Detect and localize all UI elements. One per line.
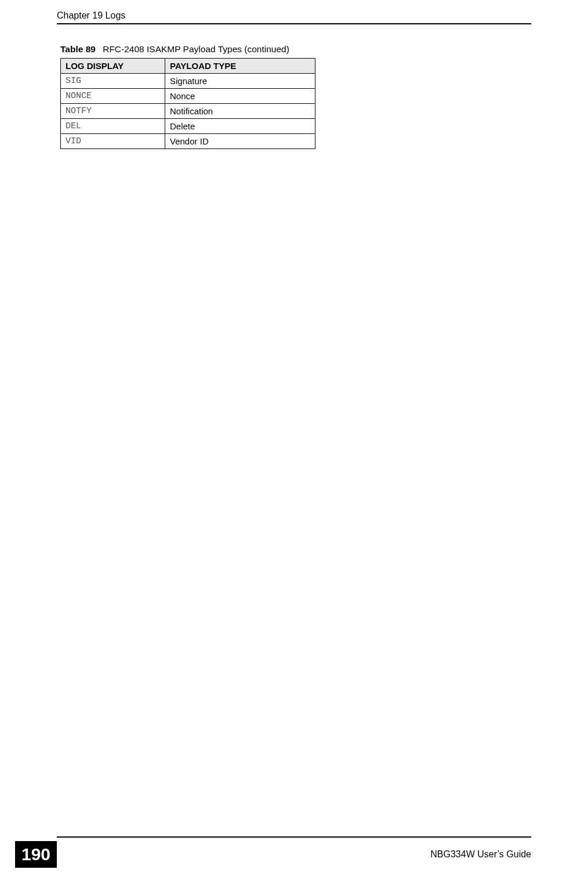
guide-name: NBG334W User’s Guide bbox=[430, 849, 531, 860]
header-rule bbox=[57, 23, 531, 24]
footer-rule bbox=[57, 836, 531, 838]
payload-type-cell: Signature bbox=[165, 74, 315, 89]
chapter-title: Chapter 19 Logs bbox=[57, 10, 531, 22]
table-caption-title: RFC-2408 ISAKMP Payload Types (continued… bbox=[103, 44, 289, 54]
page-number: 190 bbox=[15, 841, 57, 868]
table-row: SIG Signature bbox=[61, 74, 315, 89]
table-row: NOTFY Notification bbox=[61, 104, 315, 119]
table-row: NONCE Nonce bbox=[61, 89, 315, 104]
log-display-cell: SIG bbox=[61, 74, 165, 89]
log-display-cell: NONCE bbox=[61, 89, 165, 104]
payload-types-table: LOG DISPLAY PAYLOAD TYPE SIG Signature N… bbox=[60, 58, 315, 149]
table-caption-number: Table 89 bbox=[60, 44, 100, 54]
page-header: Chapter 19 Logs bbox=[57, 0, 531, 24]
table-header-log-display: LOG DISPLAY bbox=[61, 59, 165, 74]
footer-row: 190 NBG334W User’s Guide bbox=[57, 841, 531, 868]
payload-type-cell: Delete bbox=[165, 119, 315, 134]
table-row: VID Vendor ID bbox=[61, 134, 315, 149]
payload-type-cell: Notification bbox=[165, 104, 315, 119]
table-caption: Table 89 RFC-2408 ISAKMP Payload Types (… bbox=[57, 44, 531, 55]
table-header-row: LOG DISPLAY PAYLOAD TYPE bbox=[61, 59, 315, 74]
payload-type-cell: Vendor ID bbox=[165, 134, 315, 149]
payload-type-cell: Nonce bbox=[165, 89, 315, 104]
table-header-payload-type: PAYLOAD TYPE bbox=[165, 59, 315, 74]
log-display-cell: NOTFY bbox=[61, 104, 165, 119]
log-display-cell: VID bbox=[61, 134, 165, 149]
log-display-cell: DEL bbox=[61, 119, 165, 134]
page-footer: 190 NBG334W User’s Guide bbox=[57, 836, 531, 868]
table-row: DEL Delete bbox=[61, 119, 315, 134]
